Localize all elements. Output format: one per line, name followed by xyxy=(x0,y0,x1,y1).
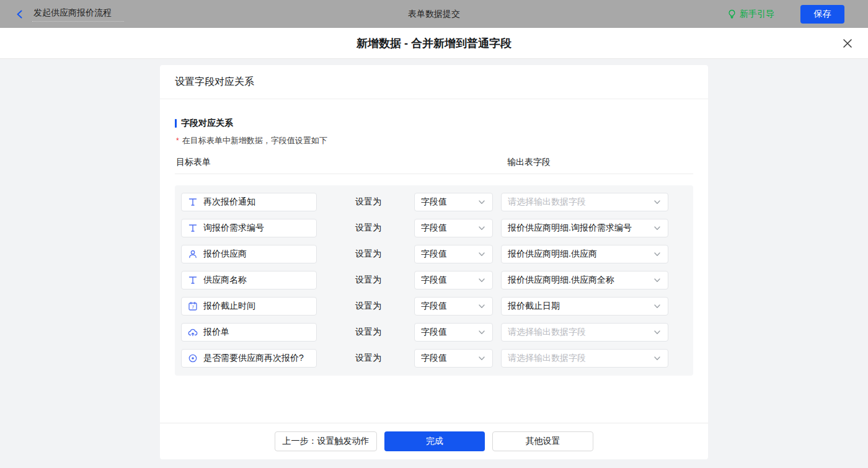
value-type-value: 字段值 xyxy=(421,223,474,234)
text-field-icon xyxy=(188,223,198,233)
value-type-select[interactable]: 字段值 xyxy=(414,219,493,237)
back-button[interactable]: 发起供应商报价流程 xyxy=(15,6,124,22)
output-field-value: 请选择输出数据字段 xyxy=(508,327,649,338)
lightbulb-icon xyxy=(727,9,737,19)
value-type-select[interactable]: 字段值 xyxy=(414,271,493,289)
value-type-select[interactable]: 字段值 xyxy=(414,193,493,211)
card-header: 设置字段对应关系 xyxy=(160,65,708,99)
target-field-label: 报价截止时间 xyxy=(203,301,255,312)
card-footer: 上一步：设置触发动作 完成 其他设置 xyxy=(160,423,708,459)
output-field-select[interactable]: 报价供应商明细.询报价需求编号 xyxy=(501,219,668,237)
text-field-icon xyxy=(188,275,198,285)
value-type-value: 字段值 xyxy=(421,275,474,286)
beginner-guide-label: 新手引导 xyxy=(740,9,774,20)
close-icon[interactable] xyxy=(842,38,853,49)
set-as-label: 设置为 xyxy=(355,196,383,208)
output-field-value: 报价截止日期 xyxy=(508,301,649,312)
value-type-select[interactable]: 字段值 xyxy=(414,245,493,263)
radio-icon xyxy=(188,353,198,363)
target-field-chip[interactable]: 供应商名称 xyxy=(181,271,317,289)
target-field-label: 是否需要供应商再次报价? xyxy=(203,353,304,364)
top-bar: 发起供应商报价流程 表单数据提交 新手引导 保存 xyxy=(0,0,868,28)
svg-text:7: 7 xyxy=(192,304,194,310)
set-as-label: 设置为 xyxy=(355,223,383,234)
output-field-value: 报价供应商明细.供应商 xyxy=(508,249,649,260)
chevron-down-icon xyxy=(477,328,486,337)
calendar-icon: 7 xyxy=(188,301,198,311)
target-field-label: 询报价需求编号 xyxy=(203,223,264,234)
section-title-label: 字段对应关系 xyxy=(181,118,233,129)
chevron-down-icon xyxy=(653,328,662,337)
output-field-value: 请选择输出数据字段 xyxy=(508,196,649,208)
chevron-down-icon xyxy=(477,250,486,258)
modal-title-bar: 新增数据 - 合并新增到普通字段 xyxy=(0,28,868,59)
output-field-select[interactable]: 报价供应商明细.供应商 xyxy=(501,245,668,263)
value-type-value: 字段值 xyxy=(421,196,474,208)
chevron-down-icon xyxy=(653,198,662,206)
column-headers: 目标表单 输出表字段 xyxy=(175,157,693,174)
value-type-select[interactable]: 字段值 xyxy=(414,323,493,342)
required-hint: *在目标表单中新增数据，字段值设置如下 xyxy=(175,135,693,146)
output-field-value: 报价供应商明细.询报价需求编号 xyxy=(508,223,649,234)
set-as-label: 设置为 xyxy=(355,327,383,338)
target-field-chip[interactable]: 7 报价截止时间 xyxy=(181,297,317,316)
field-mapping-panel: 再次报价通知 设置为 字段值 请选择输出数据字段 询报价需求编号 设置为 字段值 xyxy=(175,185,693,376)
section-accent-bar xyxy=(175,119,177,128)
value-type-select[interactable]: 字段值 xyxy=(414,349,493,368)
set-as-label: 设置为 xyxy=(355,353,383,364)
target-field-chip[interactable]: 再次报价通知 xyxy=(181,193,317,211)
node-title: 表单数据提交 xyxy=(408,9,460,20)
target-field-label: 报价供应商 xyxy=(203,249,247,260)
chevron-down-icon xyxy=(477,354,486,363)
set-as-label: 设置为 xyxy=(355,249,383,260)
field-mapping-row: 供应商名称 设置为 字段值 报价供应商明细.供应商全称 xyxy=(181,271,693,289)
target-field-label: 报价单 xyxy=(203,327,229,338)
chevron-down-icon xyxy=(653,302,662,311)
cloud-upload-icon xyxy=(188,327,198,337)
field-mapping-row: 报价供应商 设置为 字段值 报价供应商明细.供应商 xyxy=(181,245,693,263)
chevron-down-icon xyxy=(653,276,662,285)
output-field-select[interactable]: 报价供应商明细.供应商全称 xyxy=(501,271,668,289)
modal-title: 新增数据 - 合并新增到普通字段 xyxy=(356,36,512,51)
text-field-icon xyxy=(188,197,198,207)
person-icon xyxy=(188,249,198,259)
output-field-select[interactable]: 请选择输出数据字段 xyxy=(501,193,668,211)
section-title: 字段对应关系 xyxy=(175,118,693,129)
field-mapping-row: 是否需要供应商再次报价? 设置为 字段值 请选择输出数据字段 xyxy=(181,349,693,368)
column-output-field: 输出表字段 xyxy=(507,157,551,168)
prev-step-button[interactable]: 上一步：设置触发动作 xyxy=(275,431,377,451)
value-type-value: 字段值 xyxy=(421,249,474,260)
column-target-form: 目标表单 xyxy=(176,157,211,168)
output-field-select[interactable]: 请选择输出数据字段 xyxy=(501,349,668,368)
output-field-select[interactable]: 请选择输出数据字段 xyxy=(501,323,668,342)
target-field-chip[interactable]: 报价供应商 xyxy=(181,245,317,263)
field-mapping-row: 报价单 设置为 字段值 请选择输出数据字段 xyxy=(181,323,693,342)
field-mapping-row: 7 报价截止时间 设置为 字段值 报价截止日期 xyxy=(181,297,693,316)
required-asterisk: * xyxy=(176,136,179,145)
chevron-down-icon xyxy=(477,198,486,206)
value-type-select[interactable]: 字段值 xyxy=(414,297,493,316)
set-as-label: 设置为 xyxy=(355,301,383,312)
chevron-down-icon xyxy=(477,276,486,285)
value-type-value: 字段值 xyxy=(421,353,474,364)
output-field-value: 报价供应商明细.供应商全称 xyxy=(508,275,649,286)
set-as-label: 设置为 xyxy=(355,275,383,286)
other-settings-button[interactable]: 其他设置 xyxy=(492,431,593,451)
target-field-chip[interactable]: 询报价需求编号 xyxy=(181,219,317,237)
target-field-chip[interactable]: 是否需要供应商再次报价? xyxy=(181,349,317,368)
flow-name[interactable]: 发起供应商报价流程 xyxy=(32,6,124,22)
chevron-down-icon xyxy=(477,224,486,232)
beginner-guide-link[interactable]: 新手引导 xyxy=(727,9,774,20)
target-field-chip[interactable]: 报价单 xyxy=(181,323,317,342)
finish-button[interactable]: 完成 xyxy=(384,431,485,451)
output-field-select[interactable]: 报价截止日期 xyxy=(501,297,668,316)
value-type-value: 字段值 xyxy=(421,301,474,312)
field-mapping-row: 再次报价通知 设置为 字段值 请选择输出数据字段 xyxy=(181,193,693,211)
back-chevron-icon xyxy=(15,9,25,19)
field-mapping-row: 询报价需求编号 设置为 字段值 报价供应商明细.询报价需求编号 xyxy=(181,219,693,237)
save-button[interactable]: 保存 xyxy=(800,5,844,24)
chevron-down-icon xyxy=(653,250,662,258)
output-field-value: 请选择输出数据字段 xyxy=(508,353,649,364)
chevron-down-icon xyxy=(653,354,662,363)
target-field-label: 供应商名称 xyxy=(203,275,247,286)
